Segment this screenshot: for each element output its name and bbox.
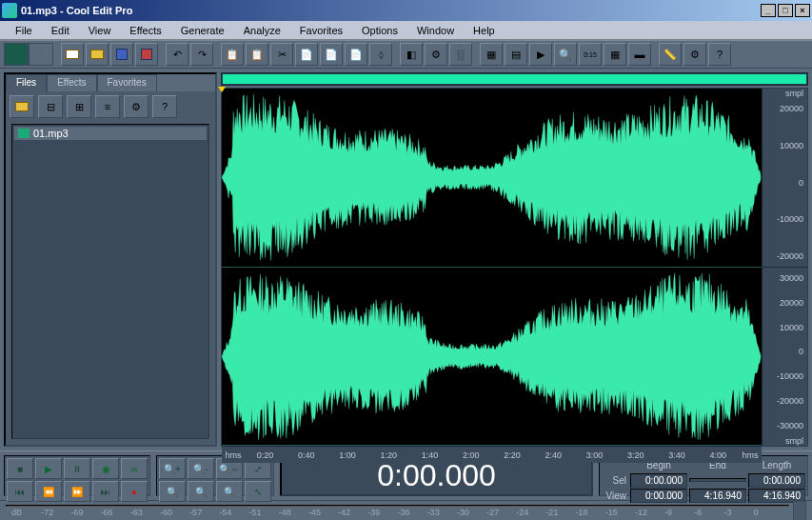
paste-button[interactable]: 📄 bbox=[295, 43, 318, 66]
waveform-left-channel[interactable] bbox=[222, 89, 762, 268]
menu-file[interactable]: File bbox=[6, 23, 42, 38]
sel-end[interactable] bbox=[689, 478, 746, 482]
organizer-panel: Files Effects Favorites ⊟ ⊞ ≡ ⚙ ? 01.mp3 bbox=[0, 69, 221, 450]
pause-button[interactable]: ⏸ bbox=[64, 458, 90, 479]
cue-list-button[interactable]: ▤ bbox=[505, 43, 527, 66]
close-button[interactable]: × bbox=[795, 4, 810, 17]
menu-help[interactable]: Help bbox=[464, 23, 505, 38]
tab-favorites[interactable]: Favorites bbox=[97, 74, 157, 91]
zoom-vertical-button[interactable]: ⤡ bbox=[245, 481, 271, 502]
save-file-button[interactable] bbox=[110, 43, 133, 66]
play-to-end-button[interactable]: ∞ bbox=[121, 458, 148, 479]
time-window-button[interactable]: 0:15 bbox=[579, 43, 602, 66]
waveform-right-channel[interactable] bbox=[222, 268, 762, 447]
level-meters-button[interactable]: ▬ bbox=[628, 43, 651, 66]
copy-button[interactable]: 📋 bbox=[221, 43, 244, 66]
close-file-icon[interactable]: ⊟ bbox=[38, 95, 63, 118]
zoom-out-button[interactable]: 🔍- bbox=[188, 458, 214, 479]
meter-scroll-icon[interactable] bbox=[793, 501, 806, 521]
mix-paste-button[interactable]: 📄 bbox=[345, 43, 367, 66]
advanced-options-icon[interactable]: ⚙ bbox=[124, 95, 149, 118]
organizer-button[interactable]: ▦ bbox=[480, 43, 503, 66]
zoom-controls-button[interactable]: 🔍 bbox=[554, 43, 577, 66]
insert-multitrack-icon[interactable]: ⊞ bbox=[67, 95, 91, 118]
transport-button[interactable]: ▶ bbox=[529, 43, 552, 66]
stop-button[interactable]: ■ bbox=[7, 458, 33, 479]
open-file-icon[interactable] bbox=[10, 95, 34, 118]
zoom-in-right-button[interactable]: 🔍 bbox=[188, 481, 214, 502]
db-tick: -30 bbox=[457, 508, 486, 517]
time-axis[interactable]: hms 0:20 0:40 1:00 1:20 1:40 2:00 2:20 2… bbox=[222, 446, 762, 463]
file-item[interactable]: 01.mp3 bbox=[14, 127, 207, 140]
db-tick: -3 bbox=[724, 508, 754, 517]
menu-generate[interactable]: Generate bbox=[171, 23, 234, 38]
db-tick: -54 bbox=[219, 508, 248, 517]
row-view: View bbox=[602, 490, 628, 501]
sel-view-button[interactable]: ▦ bbox=[604, 43, 626, 66]
help-button[interactable]: ? bbox=[708, 43, 731, 66]
amp-tick: -10000 bbox=[762, 371, 807, 381]
menu-effects[interactable]: Effects bbox=[120, 23, 170, 38]
help-icon[interactable]: ? bbox=[152, 95, 177, 118]
view-begin[interactable]: 0:00.000 bbox=[630, 489, 687, 503]
amplitude-ruler[interactable]: smpl 20000 10000 0 -10000 -20000 30000 2… bbox=[762, 89, 807, 446]
db-tick: -24 bbox=[516, 508, 545, 517]
go-start-button[interactable]: ⏮ bbox=[7, 481, 33, 502]
open-file-button[interactable] bbox=[86, 43, 109, 66]
redo-button[interactable]: ↷ bbox=[190, 43, 213, 66]
menu-analyze[interactable]: Analyze bbox=[234, 23, 290, 38]
zoom-in-left-button[interactable]: 🔍 bbox=[159, 481, 186, 502]
forward-button[interactable]: ⏩ bbox=[64, 481, 90, 502]
level-meter[interactable] bbox=[6, 505, 789, 507]
tab-effects[interactable]: Effects bbox=[47, 74, 96, 91]
db-tick: 0 bbox=[754, 508, 783, 517]
amp-tick: 0 bbox=[762, 178, 807, 188]
time-tick: 4:00 bbox=[698, 450, 739, 460]
ruler-unit-top: smpl bbox=[762, 89, 807, 98]
rewind-button[interactable]: ⏪ bbox=[35, 481, 62, 502]
menu-favorites[interactable]: Favorites bbox=[290, 23, 352, 38]
sel-begin[interactable]: 0:00.000 bbox=[630, 473, 687, 488]
time-unit-left: hms bbox=[222, 450, 245, 460]
view-end[interactable]: 4:16.940 bbox=[689, 489, 746, 503]
waveform-area: hms 0:20 0:40 1:00 1:20 1:40 2:00 2:20 2… bbox=[221, 69, 812, 450]
options-button[interactable]: ⚙ bbox=[683, 43, 706, 66]
waveform-display[interactable]: hms 0:20 0:40 1:00 1:20 1:40 2:00 2:20 2… bbox=[221, 88, 808, 447]
tab-files[interactable]: Files bbox=[6, 74, 47, 91]
menu-window[interactable]: Window bbox=[407, 23, 464, 38]
convert-button[interactable]: ◧ bbox=[400, 43, 423, 66]
zoom-in-button[interactable]: 🔍+ bbox=[159, 458, 186, 479]
edit-file-icon[interactable]: ≡ bbox=[95, 95, 120, 118]
files-toolbar: ⊟ ⊞ ≡ ⚙ ? bbox=[6, 91, 215, 122]
record-button[interactable]: ● bbox=[121, 481, 148, 502]
new-file-button[interactable] bbox=[61, 43, 84, 66]
db-tick: -12 bbox=[635, 508, 664, 517]
ruler-button[interactable]: 📏 bbox=[659, 43, 682, 66]
go-end-button[interactable]: ⏭ bbox=[92, 481, 119, 502]
batch-button[interactable] bbox=[135, 43, 158, 66]
spectral-button[interactable]: ░ bbox=[449, 43, 472, 66]
db-tick: -57 bbox=[189, 508, 219, 517]
db-tick: -66 bbox=[101, 508, 130, 517]
settings-button[interactable]: ⚙ bbox=[425, 43, 447, 66]
minimize-button[interactable]: _ bbox=[761, 4, 776, 17]
play-looped-button[interactable]: ◉ bbox=[92, 458, 119, 479]
zoom-prev-button[interactable]: 🔍 bbox=[216, 481, 243, 502]
file-list[interactable]: 01.mp3 bbox=[11, 124, 209, 439]
trim-button[interactable]: ⎀ bbox=[369, 43, 392, 66]
overview-fill bbox=[223, 74, 806, 84]
copy-new-button[interactable]: 📋 bbox=[246, 43, 268, 66]
maximize-button[interactable]: □ bbox=[778, 4, 793, 17]
paste-new-button[interactable]: 📄 bbox=[320, 43, 343, 66]
overview-bar[interactable] bbox=[221, 72, 808, 86]
db-scale: dB -72 -69 -66 -63 -60 -57 -54 -51 -48 -… bbox=[6, 508, 789, 517]
menu-options[interactable]: Options bbox=[352, 23, 407, 38]
play-button[interactable]: ▶ bbox=[35, 458, 62, 479]
row-sel: Sel bbox=[602, 475, 628, 486]
sel-length[interactable]: 0:00.000 bbox=[748, 473, 805, 488]
undo-button[interactable]: ↶ bbox=[166, 43, 188, 66]
edit-multitrack-toggle[interactable] bbox=[4, 43, 53, 66]
menu-view[interactable]: View bbox=[79, 23, 121, 38]
cut-button[interactable]: ✂ bbox=[270, 43, 293, 66]
menu-edit[interactable]: Edit bbox=[42, 23, 79, 38]
